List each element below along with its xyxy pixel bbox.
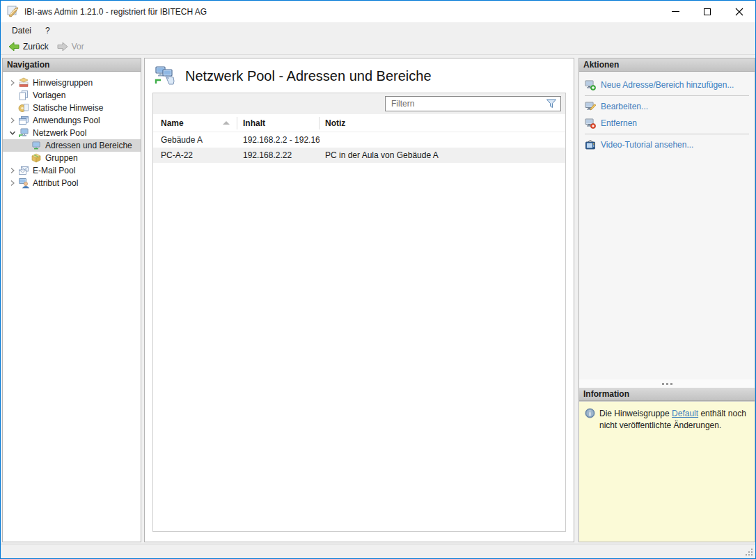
navigation-toolbar: Zurück Vor [1,38,755,55]
main-header: Netzwerk Pool - Adressen und Bereiche [154,65,432,87]
chevron-down-icon[interactable] [7,130,18,136]
actions-separator [585,134,749,134]
tree-item-adressen-und-bereiche[interactable]: Adressen und Bereiche [3,139,141,152]
edit-icon [585,101,596,112]
info-message: Die Hinweisgruppe Default enthält noch n… [599,408,749,432]
tree-item-label: Statische Hinweise [33,103,103,113]
tree-item-hinweisgruppen[interactable]: Hinweisgruppen [3,77,141,89]
tree-item-anwendungs-pool[interactable]: Anwendungs Pool [3,114,141,127]
actions-panel-header: Aktionen [579,58,755,72]
chevron-right-icon[interactable] [7,180,18,186]
navigation-panel-header: Navigation [3,58,141,72]
back-label: Zurück [23,42,49,52]
tree-item-label: Gruppen [45,153,78,163]
remove-action[interactable]: Entfernen [579,115,755,132]
add-address-action[interactable]: Neue Adresse/Bereich hinzufügen... [579,77,755,93]
column-header-name[interactable]: Name [153,117,237,129]
templates-icon [18,90,29,101]
tree-item-statische-hinweise[interactable]: Statische Hinweise [3,102,141,114]
tree-item-label: Attribut Pool [33,178,78,188]
tree-item-label: E-Mail Pool [33,166,75,175]
forward-arrow-icon [57,42,68,52]
status-bar [1,544,755,558]
close-icon [735,8,743,16]
navigation-tree: Hinweisgruppen Vorlagen [3,72,141,189]
chevron-right-icon[interactable] [7,168,18,173]
page-title: Netzwerk Pool - Adressen und Bereiche [185,68,432,84]
window-title: IBI-aws Admin 1.21.0 - registriert für I… [24,7,659,17]
menu-bar: Datei ? [1,22,755,38]
right-panel: Aktionen Neue Adresse/Bereich hinzufügen… [578,58,755,542]
video-tutorial-action[interactable]: Video-Tutorial ansehen... [579,136,755,153]
action-label: Bearbeiten... [601,102,648,111]
address-list: Name Inhalt Notiz Gebäude A 192.168.2.2 … [152,93,566,532]
main-panel: Netzwerk Pool - Adressen und Bereiche Na… [144,58,574,542]
app-window: IBI-aws Admin 1.21.0 - registriert für I… [0,0,756,559]
add-address-icon [585,79,596,90]
navigation-panel: Navigation Hinweisgruppen [2,58,141,542]
panel-splitter[interactable] [579,379,755,388]
actions-body: Neue Adresse/Bereich hinzufügen... Bearb… [579,72,755,153]
table-row[interactable]: PC-A-22 192.168.2.22 PC in der Aula von … [153,148,565,163]
tree-item-label: Hinweisgruppen [33,78,93,88]
filter-strip [153,93,565,114]
content-area: Navigation Hinweisgruppen [1,55,755,544]
edit-action[interactable]: Bearbeiten... [579,98,755,115]
tree-item-gruppen[interactable]: Gruppen [3,152,141,164]
action-label: Entfernen [601,118,637,128]
filter-box [385,96,561,111]
groups-icon [31,152,42,164]
splitter-grip-icon [666,383,668,385]
tree-item-label: Vorlagen [33,90,65,100]
video-tutorial-icon [585,139,596,150]
tree-item-email-pool[interactable]: E-Mail Pool [3,164,141,177]
default-group-link[interactable]: Default [672,409,698,418]
sort-ascending-icon [223,121,230,125]
forward-button[interactable]: Vor [53,38,88,54]
filter-input[interactable] [386,97,542,111]
table-row[interactable]: Gebäude A 192.168.2.2 - 192.16... [153,132,565,148]
resize-grip-icon[interactable] [745,548,753,556]
tree-item-label: Netzwerk Pool [33,128,86,138]
maximize-icon [704,8,711,15]
application-pool-icon [18,115,29,126]
app-logo-icon [7,6,19,18]
filter-funnel-icon[interactable] [546,98,557,109]
tree-item-vorlagen[interactable]: Vorlagen [3,89,141,102]
information-body: Die Hinweisgruppe Default enthält noch n… [579,401,755,542]
chevron-right-icon[interactable] [7,118,18,123]
title-bar: IBI-aws Admin 1.21.0 - registriert für I… [1,1,755,22]
close-button[interactable] [723,1,755,22]
addresses-icon [31,140,42,151]
tree-item-attribut-pool[interactable]: Attribut Pool [3,177,141,189]
tree-item-netzwerk-pool[interactable]: Netzwerk Pool [3,127,141,139]
action-label: Video-Tutorial ansehen... [601,140,693,150]
menu-datei[interactable]: Datei [5,22,38,38]
info-icon [585,408,595,418]
tree-item-label: Adressen und Bereiche [45,141,132,150]
network-pool-icon [18,127,29,139]
chevron-right-icon[interactable] [7,80,18,86]
remove-icon [585,118,596,129]
action-label: Neue Adresse/Bereich hinzufügen... [601,80,734,90]
tree-item-label: Anwendungs Pool [33,116,100,125]
static-notices-icon [18,102,29,113]
actions-separator [585,95,749,96]
forward-label: Vor [72,42,84,52]
column-header-notiz[interactable]: Notiz [320,117,565,129]
menu-help[interactable]: ? [38,22,57,38]
panel-spacer [579,153,755,379]
email-pool-icon [18,165,29,176]
notice-groups-icon [18,77,29,88]
column-header-inhalt[interactable]: Inhalt [237,117,320,129]
table-header: Name Inhalt Notiz [153,114,565,132]
network-pool-header-icon [154,65,176,87]
minimize-icon [672,11,679,12]
back-arrow-icon [8,42,19,52]
attribute-pool-icon [18,178,29,189]
minimize-button[interactable] [659,1,691,22]
information-panel-header: Information [579,388,755,401]
back-button[interactable]: Zurück [4,38,53,54]
maximize-button[interactable] [691,1,723,22]
